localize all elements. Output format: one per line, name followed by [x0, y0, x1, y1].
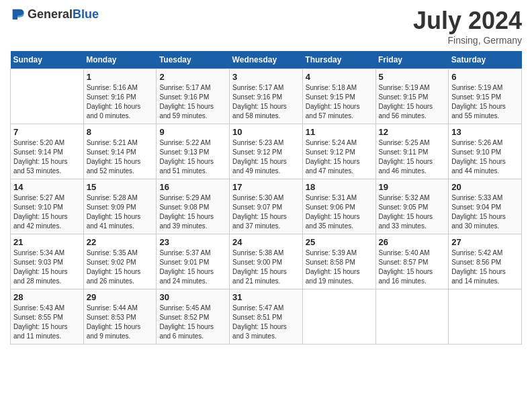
logo-icon — [10, 7, 25, 21]
calendar-week-row: 28Sunrise: 5:43 AMSunset: 8:55 PMDayligh… — [11, 289, 522, 345]
day-info: Sunrise: 5:17 AMSunset: 9:16 PMDaylight:… — [232, 83, 300, 121]
day-number: 31 — [232, 292, 300, 302]
table-row: 4Sunrise: 5:18 AMSunset: 9:15 PMDaylight… — [302, 69, 375, 124]
table-row: 3Sunrise: 5:17 AMSunset: 9:16 PMDaylight… — [230, 69, 303, 124]
day-info: Sunrise: 5:18 AMSunset: 9:15 PMDaylight:… — [306, 83, 373, 121]
table-row: 24Sunrise: 5:38 AMSunset: 9:00 PMDayligh… — [230, 234, 303, 289]
day-info: Sunrise: 5:42 AMSunset: 8:56 PMDaylight:… — [451, 248, 519, 286]
calendar-title: July 2024 — [413, 7, 522, 35]
table-row: 10Sunrise: 5:23 AMSunset: 9:12 PMDayligh… — [230, 124, 303, 179]
header-sunday: Sunday — [11, 51, 84, 69]
table-row: 19Sunrise: 5:32 AMSunset: 9:05 PMDayligh… — [375, 179, 449, 234]
table-row: 28Sunrise: 5:43 AMSunset: 8:55 PMDayligh… — [11, 289, 84, 345]
day-info: Sunrise: 5:40 AMSunset: 8:57 PMDaylight:… — [379, 248, 446, 286]
day-info: Sunrise: 5:25 AMSunset: 9:11 PMDaylight:… — [379, 138, 446, 176]
day-number: 16 — [159, 182, 226, 192]
day-info: Sunrise: 5:34 AMSunset: 9:03 PMDaylight:… — [13, 248, 81, 286]
day-number: 18 — [306, 182, 373, 192]
calendar-week-row: 1Sunrise: 5:16 AMSunset: 9:16 PMDaylight… — [11, 69, 522, 124]
day-info: Sunrise: 5:29 AMSunset: 9:08 PMDaylight:… — [159, 193, 226, 231]
day-number: 21 — [13, 237, 81, 247]
table-row: 25Sunrise: 5:39 AMSunset: 8:58 PMDayligh… — [302, 234, 375, 289]
day-number: 5 — [379, 72, 446, 82]
calendar-week-row: 21Sunrise: 5:34 AMSunset: 9:03 PMDayligh… — [11, 234, 522, 289]
day-number: 3 — [232, 72, 300, 82]
day-info: Sunrise: 5:31 AMSunset: 9:06 PMDaylight:… — [306, 193, 373, 231]
day-number: 10 — [232, 127, 300, 137]
day-number: 28 — [13, 292, 81, 302]
table-row: 17Sunrise: 5:30 AMSunset: 9:07 PMDayligh… — [230, 179, 303, 234]
page-header: GeneralBlue July 2024 Finsing, Germany — [10, 7, 522, 46]
logo-text-general: General — [28, 7, 73, 21]
day-number: 4 — [306, 72, 373, 82]
calendar-location: Finsing, Germany — [413, 35, 522, 46]
table-row: 26Sunrise: 5:40 AMSunset: 8:57 PMDayligh… — [375, 234, 449, 289]
day-number: 13 — [451, 127, 519, 137]
table-row: 11Sunrise: 5:24 AMSunset: 9:12 PMDayligh… — [302, 124, 375, 179]
table-row: 15Sunrise: 5:28 AMSunset: 9:09 PMDayligh… — [83, 179, 157, 234]
logo: GeneralBlue — [10, 7, 99, 21]
day-number: 9 — [159, 127, 226, 137]
day-number: 6 — [451, 72, 519, 82]
day-number: 11 — [306, 127, 373, 137]
table-row: 13Sunrise: 5:26 AMSunset: 9:10 PMDayligh… — [449, 124, 522, 179]
day-number: 7 — [13, 127, 81, 137]
day-number: 17 — [232, 182, 300, 192]
day-number: 26 — [379, 237, 446, 247]
table-row: 12Sunrise: 5:25 AMSunset: 9:11 PMDayligh… — [375, 124, 449, 179]
day-number: 30 — [159, 292, 226, 302]
day-info: Sunrise: 5:22 AMSunset: 9:13 PMDaylight:… — [159, 138, 226, 176]
day-number: 25 — [306, 237, 373, 247]
table-row: 5Sunrise: 5:19 AMSunset: 9:15 PMDaylight… — [375, 69, 449, 124]
day-number: 8 — [87, 127, 154, 137]
day-info: Sunrise: 5:43 AMSunset: 8:55 PMDaylight:… — [13, 304, 81, 341]
day-info: Sunrise: 5:26 AMSunset: 9:10 PMDaylight:… — [451, 138, 519, 176]
day-info: Sunrise: 5:45 AMSunset: 8:52 PMDaylight:… — [159, 304, 226, 341]
header-thursday: Thursday — [302, 51, 375, 69]
day-number: 14 — [13, 182, 81, 192]
table-row: 16Sunrise: 5:29 AMSunset: 9:08 PMDayligh… — [157, 179, 230, 234]
day-number: 29 — [87, 292, 154, 302]
logo-text-blue: Blue — [73, 7, 99, 21]
table-row: 27Sunrise: 5:42 AMSunset: 8:56 PMDayligh… — [449, 234, 522, 289]
day-number: 2 — [159, 72, 226, 82]
day-info: Sunrise: 5:28 AMSunset: 9:09 PMDaylight:… — [87, 193, 154, 231]
header-saturday: Saturday — [449, 51, 522, 69]
table-row: 20Sunrise: 5:33 AMSunset: 9:04 PMDayligh… — [449, 179, 522, 234]
table-row: 2Sunrise: 5:17 AMSunset: 9:16 PMDaylight… — [157, 69, 230, 124]
day-info: Sunrise: 5:33 AMSunset: 9:04 PMDaylight:… — [451, 193, 519, 231]
day-info: Sunrise: 5:30 AMSunset: 9:07 PMDaylight:… — [232, 193, 300, 231]
day-info: Sunrise: 5:44 AMSunset: 8:53 PMDaylight:… — [87, 304, 154, 341]
day-info: Sunrise: 5:39 AMSunset: 8:58 PMDaylight:… — [306, 248, 373, 286]
day-number: 15 — [87, 182, 154, 192]
calendar-week-row: 7Sunrise: 5:20 AMSunset: 9:14 PMDaylight… — [11, 124, 522, 179]
table-row: 14Sunrise: 5:27 AMSunset: 9:10 PMDayligh… — [11, 179, 84, 234]
day-info: Sunrise: 5:16 AMSunset: 9:16 PMDaylight:… — [87, 83, 154, 121]
table-row: 31Sunrise: 5:47 AMSunset: 8:51 PMDayligh… — [230, 289, 303, 345]
table-row: 21Sunrise: 5:34 AMSunset: 9:03 PMDayligh… — [11, 234, 84, 289]
table-row: 23Sunrise: 5:37 AMSunset: 9:01 PMDayligh… — [157, 234, 230, 289]
day-info: Sunrise: 5:19 AMSunset: 9:15 PMDaylight:… — [451, 83, 519, 121]
day-number: 27 — [451, 237, 519, 247]
day-info: Sunrise: 5:17 AMSunset: 9:16 PMDaylight:… — [159, 83, 226, 121]
table-row: 8Sunrise: 5:21 AMSunset: 9:14 PMDaylight… — [83, 124, 157, 179]
day-number: 24 — [232, 237, 300, 247]
header-wednesday: Wednesday — [230, 51, 303, 69]
table-row — [11, 69, 84, 124]
table-row: 30Sunrise: 5:45 AMSunset: 8:52 PMDayligh… — [157, 289, 230, 345]
day-info: Sunrise: 5:38 AMSunset: 9:00 PMDaylight:… — [232, 248, 300, 286]
day-info: Sunrise: 5:27 AMSunset: 9:10 PMDaylight:… — [13, 193, 81, 231]
table-row: 7Sunrise: 5:20 AMSunset: 9:14 PMDaylight… — [11, 124, 84, 179]
day-info: Sunrise: 5:35 AMSunset: 9:02 PMDaylight:… — [87, 248, 154, 286]
calendar-table: Sunday Monday Tuesday Wednesday Thursday… — [10, 51, 522, 345]
day-number: 23 — [159, 237, 226, 247]
calendar-week-row: 14Sunrise: 5:27 AMSunset: 9:10 PMDayligh… — [11, 179, 522, 234]
day-number: 22 — [87, 237, 154, 247]
day-info: Sunrise: 5:21 AMSunset: 9:14 PMDaylight:… — [87, 138, 154, 176]
day-info: Sunrise: 5:20 AMSunset: 9:14 PMDaylight:… — [13, 138, 81, 176]
day-info: Sunrise: 5:47 AMSunset: 8:51 PMDaylight:… — [232, 304, 300, 341]
header-friday: Friday — [375, 51, 449, 69]
day-number: 1 — [87, 72, 154, 82]
weekday-header-row: Sunday Monday Tuesday Wednesday Thursday… — [11, 51, 522, 69]
header-monday: Monday — [83, 51, 157, 69]
